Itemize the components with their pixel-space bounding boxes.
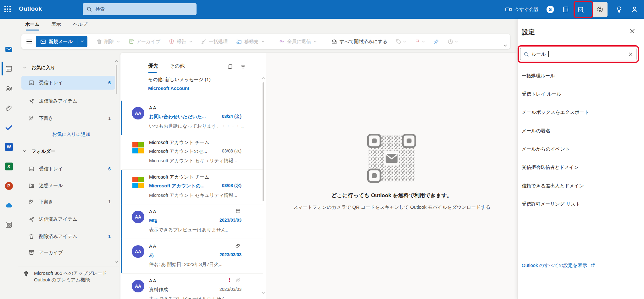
rail-more-apps-icon[interactable]: [0, 218, 18, 232]
message-row[interactable]: AA A A Mtg 2023/03/03 表示できるプレビューはありません。: [121, 204, 263, 239]
message-date: 2023/03/03: [219, 287, 242, 292]
rail-onedrive-icon[interactable]: [0, 198, 18, 212]
settings-item-email-signature[interactable]: メールの署名: [522, 128, 550, 134]
rail-excel-icon[interactable]: X: [0, 159, 18, 173]
list-tab-focused[interactable]: 優先: [148, 63, 158, 73]
settings-item-blocked-senders[interactable]: 受信拒否送信者とドメイン: [522, 164, 579, 170]
mark-all-read-button[interactable]: すべて開封済みにする: [329, 36, 390, 47]
folder-scroll-up-icon[interactable]: [114, 60, 118, 63]
message-subject: Microsoft アカウントの...: [149, 183, 204, 189]
settings-item-inbox-rules[interactable]: 受信トレイ ルール: [522, 91, 561, 97]
settings-search-input[interactable]: ルール: [520, 48, 636, 60]
folder-scroll-down-icon[interactable]: [114, 260, 118, 263]
favorites-header-label: お気に入り: [31, 65, 55, 71]
settings-item-safe-senders[interactable]: 信頼できる差出人とドメイン: [522, 183, 584, 189]
meet-now-button[interactable]: 今すぐ会議: [505, 6, 538, 13]
snooze-button[interactable]: [445, 36, 461, 47]
report-label: 報告: [177, 39, 186, 45]
categorize-button[interactable]: [393, 36, 409, 47]
rail-people-icon[interactable]: [0, 81, 18, 95]
close-icon[interactable]: [630, 28, 635, 34]
message-row[interactable]: AA A A あ 2023/03/03 件名: あ 開始日: 2023年3月7日…: [121, 239, 263, 274]
select-messages-icon[interactable]: [227, 64, 233, 70]
sweep-button[interactable]: 一括処理: [198, 36, 230, 47]
folder-label: アーカイブ: [39, 250, 111, 256]
flag-button[interactable]: [412, 36, 428, 47]
folder-deleted[interactable]: 削除済みアイテム 1: [21, 230, 115, 243]
folder-favorite-drafts[interactable]: 下書き 1: [21, 111, 115, 125]
folder-favorite-sent[interactable]: 送信済みアイテム: [21, 94, 115, 108]
folder-favorite-inbox[interactable]: 受信トレイ 6: [21, 76, 115, 90]
filter-icon[interactable]: [240, 64, 246, 70]
app-launcher-icon[interactable]: [4, 6, 11, 13]
tab-help[interactable]: ヘルプ: [73, 21, 87, 30]
folders-section-header[interactable]: フォルダー: [23, 147, 55, 156]
microsoft-logo-icon: [132, 177, 144, 188]
settings-item-events-from-email[interactable]: メールからのイベント: [522, 146, 570, 152]
left-app-rail: W X P: [0, 19, 18, 299]
folder-sent[interactable]: 送信済みアイテム: [21, 212, 115, 226]
skype-icon[interactable]: S: [547, 6, 554, 13]
folder-label: 下書き: [39, 199, 108, 205]
list-scroll-up-icon[interactable]: [261, 77, 265, 80]
banner-sender-link[interactable]: Microsoft Account: [148, 86, 211, 91]
delete-button[interactable]: 削除: [94, 36, 123, 47]
add-to-favorites-link[interactable]: お気に入りに追加: [52, 131, 90, 137]
folder-drafts[interactable]: 下書き 1: [21, 195, 115, 208]
rail-word-icon[interactable]: W: [0, 140, 18, 154]
settings-gear-button[interactable]: [592, 2, 608, 17]
tab-view[interactable]: 表示: [52, 21, 61, 30]
other-tab-banner[interactable]: その他: 新しいメッセージ (1) Microsoft Account: [148, 77, 211, 91]
meet-now-label: 今すぐ会議: [514, 7, 538, 13]
tab-home[interactable]: ホーム: [25, 21, 40, 30]
list-scrollbar-thumb[interactable]: [263, 82, 264, 201]
settings-item-safe-mailing-lists[interactable]: 受信許可メーリング リスト: [522, 201, 580, 207]
premium-upgrade-banner[interactable]: Microsoft 365 へのアップグレード Outlook のプレミアム機能: [23, 270, 114, 283]
rail-powerpoint-icon[interactable]: P: [0, 179, 18, 193]
new-mail-dropdown[interactable]: [77, 36, 87, 47]
archive-button[interactable]: アーカイブ: [126, 36, 163, 47]
settings-item-export-mailbox[interactable]: メールボックスをエクスポート: [522, 109, 589, 115]
favorites-section-header[interactable]: お気に入り: [23, 63, 55, 72]
chevron-down-icon: [23, 149, 26, 153]
pin-button[interactable]: [431, 36, 442, 47]
reply-all-button[interactable]: 全員に返信: [276, 36, 319, 47]
toolbar-expand-chevron-icon[interactable]: [503, 43, 508, 48]
message-row[interactable]: Microsoft アカウント チーム Microsoft アカウントの... …: [121, 170, 263, 204]
folder-junk[interactable]: 迷惑メール: [21, 179, 115, 192]
clear-search-icon[interactable]: [628, 52, 633, 57]
settings-panel: 設定 ルール 一括処理ルール 受信トレイ ルール メールボックスをエクスポート …: [517, 19, 644, 299]
global-search-input[interactable]: 検索: [83, 3, 197, 15]
trash-icon: [28, 233, 35, 240]
diamond-icon: [23, 270, 30, 277]
message-row[interactable]: Microsoft アカウント チーム Microsoft アカウントのセ...…: [121, 135, 263, 170]
move-to-button[interactable]: 移動先: [233, 36, 267, 47]
list-scroll-down-icon[interactable]: [261, 291, 265, 294]
settings-item-sweep-rules[interactable]: 一括処理ルール: [522, 73, 555, 79]
folder-archive[interactable]: アーカイブ: [21, 246, 115, 259]
unread-count: 1: [108, 234, 111, 239]
broom-icon: [201, 39, 207, 45]
tips-lightbulb-icon[interactable]: [616, 6, 623, 13]
new-mail-button[interactable]: 新規メール: [36, 36, 87, 47]
folder-inbox[interactable]: 受信トレイ 6: [21, 162, 115, 176]
folder-scrollbar-thumb[interactable]: [116, 65, 117, 94]
list-tab-other[interactable]: その他: [169, 63, 185, 73]
rail-attachments-icon[interactable]: [0, 101, 18, 115]
item-count: 1: [108, 199, 111, 204]
search-icon: [524, 52, 529, 57]
sent-icon: [28, 216, 35, 222]
view-all-settings-link[interactable]: Outlook のすべての設定を表示: [522, 263, 595, 269]
onenote-icon[interactable]: [562, 6, 569, 13]
attachment-paperclip-icon: [235, 243, 241, 248]
todo-icon[interactable]: [577, 6, 584, 13]
message-row[interactable]: AA A A お問い合わせいただいた... 03/24 (金) いつもお世話にな…: [121, 101, 263, 135]
report-button[interactable]: 報告: [166, 36, 195, 47]
folder-label: 受信トレイ: [39, 166, 108, 172]
hamburger-menu-icon[interactable]: [26, 38, 33, 45]
rail-todo-icon[interactable]: [0, 120, 18, 134]
account-person-icon[interactable]: [631, 6, 638, 13]
rail-mail-icon[interactable]: [0, 42, 18, 56]
message-row[interactable]: AA A A ! 資料作成 2023/03/03 表示できるプレビューはありませ…: [121, 274, 263, 299]
rail-calendar-icon[interactable]: [0, 62, 18, 76]
